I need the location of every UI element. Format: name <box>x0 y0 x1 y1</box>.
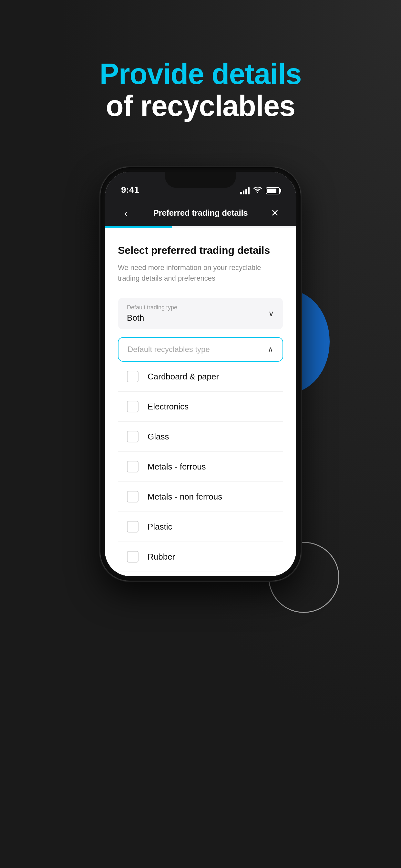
list-item[interactable]: Plastic <box>118 512 283 542</box>
phone-screen: 9:41 ‹ Pref <box>105 172 296 576</box>
section-title: Select preferred trading details <box>118 244 283 256</box>
hero-line1: Provide details <box>99 58 301 90</box>
recyclables-list: Cardboard & paper Electronics Glass Meta… <box>118 362 283 576</box>
checkbox-metals-ferrous[interactable] <box>127 461 138 472</box>
checkbox-electronics[interactable] <box>127 401 138 412</box>
notch <box>165 172 236 188</box>
phone-device: 9:41 ‹ Pref <box>100 167 301 581</box>
checkbox-rubber[interactable] <box>127 551 138 562</box>
progress-bar <box>105 226 296 228</box>
list-item[interactable]: Electronics <box>118 392 283 422</box>
checkbox-plastic[interactable] <box>127 521 138 532</box>
content-area: Select preferred trading details We need… <box>105 228 296 576</box>
status-time: 9:41 <box>121 185 139 195</box>
hero-line2: of recyclables <box>99 90 301 122</box>
nav-title: Preferred trading details <box>153 208 248 218</box>
checkbox-glass[interactable] <box>127 431 138 442</box>
list-item[interactable]: Glass <box>118 422 283 452</box>
checkbox-label-glass: Glass <box>148 432 169 442</box>
signal-icon <box>240 187 250 194</box>
chevron-up-icon: ∧ <box>268 345 274 354</box>
progress-bar-fill <box>105 226 172 228</box>
recyclables-type-dropdown[interactable]: Default recyclables type ∧ <box>118 337 283 362</box>
checkbox-label-cardboard: Cardboard & paper <box>148 372 219 382</box>
trading-type-dropdown[interactable]: Default trading type Both ∨ <box>118 298 283 330</box>
list-item[interactable]: Metals - ferrous <box>118 452 283 482</box>
checkbox-cardboard[interactable] <box>127 371 138 382</box>
recyclables-type-label: Default recyclables type <box>127 345 210 354</box>
list-item[interactable]: Rubber <box>118 542 283 572</box>
list-item[interactable]: Cardboard & paper <box>118 362 283 392</box>
back-button[interactable]: ‹ <box>118 205 134 221</box>
checkbox-label-electronics: Electronics <box>148 402 189 412</box>
nav-bar: ‹ Preferred trading details ✕ <box>105 200 296 226</box>
trading-type-value: Both <box>127 313 274 323</box>
checkbox-label-metals-non-ferrous: Metals - non ferrous <box>148 492 222 502</box>
battery-icon <box>266 187 280 194</box>
status-bar: 9:41 <box>105 172 296 200</box>
trading-type-label: Default trading type <box>127 304 274 311</box>
phone-wrapper: 9:41 ‹ Pref <box>81 167 320 664</box>
wifi-icon <box>253 187 262 195</box>
chevron-down-icon: ∨ <box>268 309 274 318</box>
list-item[interactable]: Textile <box>118 572 283 576</box>
checkbox-metals-non-ferrous[interactable] <box>127 491 138 502</box>
close-button[interactable]: ✕ <box>267 205 283 221</box>
hero-section: Provide details of recyclables <box>99 58 301 122</box>
checkbox-label-plastic: Plastic <box>148 522 173 532</box>
checkbox-label-metals-ferrous: Metals - ferrous <box>148 462 206 472</box>
list-item[interactable]: Metals - non ferrous <box>118 482 283 512</box>
section-subtitle: We need more information on your recycla… <box>118 262 283 283</box>
checkbox-label-rubber: Rubber <box>148 552 175 562</box>
status-icons <box>240 187 280 195</box>
